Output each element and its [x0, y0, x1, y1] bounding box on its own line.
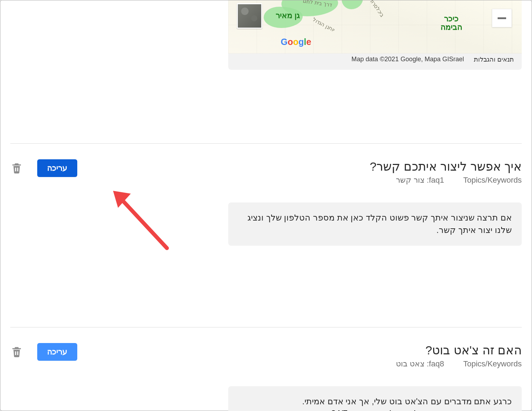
satellite-toggle[interactable] — [237, 3, 262, 29]
faq-item: עריכה האם זה צ'אט בוט? faq8: צאט בוט Top… — [10, 327, 522, 411]
edit-button[interactable]: עריכה — [37, 159, 77, 177]
zoom-out-button[interactable] — [492, 9, 512, 27]
park-shape — [342, 0, 363, 9]
delete-button[interactable] — [10, 161, 23, 175]
keywords-label: Topics/Keywords — [463, 176, 522, 185]
google-logo: Google — [281, 38, 311, 47]
faq-answer: כרגע אתם מדברים עם הצ'אט בוט שלי, אך אני… — [228, 386, 522, 411]
map-frame[interactable]: גן מאיר כיכרהבימה דרך בית לחם יוחנן הגדו… — [228, 0, 522, 53]
faq-item: עריכה איך אפשר ליצור איתכם קשר? faq1: צו… — [10, 144, 522, 246]
trash-icon — [10, 345, 23, 359]
faq-keyword: faq8: צאט בוט — [396, 359, 444, 369]
trash-icon — [10, 161, 23, 175]
faq-title: האם זה צ'אט בוט? — [10, 343, 522, 357]
minus-icon — [498, 17, 506, 19]
map-attribution: Map data ©2021 Google, Mapa GISrael — [352, 56, 464, 63]
map-card: גן מאיר כיכרהבימה דרך בית לחם יוחנן הגדו… — [228, 0, 522, 70]
faq-answer: אם תרצה שניצור איתך קשר פשוט הקלד כאן את… — [228, 202, 522, 246]
road-label: יוחנן הגדול — [312, 16, 336, 33]
keywords-label: Topics/Keywords — [463, 359, 522, 369]
place-label: כיכרהבימה — [441, 15, 462, 32]
road-label: ביכלסרוד — [368, 0, 386, 18]
map-terms-link[interactable]: תנאים והגבלות — [474, 56, 514, 63]
edit-button[interactable]: עריכה — [37, 343, 77, 361]
faq-keyword: faq1: צור קשר — [396, 176, 444, 185]
delete-button[interactable] — [10, 345, 23, 359]
faq-title: איך אפשר ליצור איתכם קשר? — [10, 159, 522, 173]
park-label: גן מאיר — [276, 11, 300, 20]
